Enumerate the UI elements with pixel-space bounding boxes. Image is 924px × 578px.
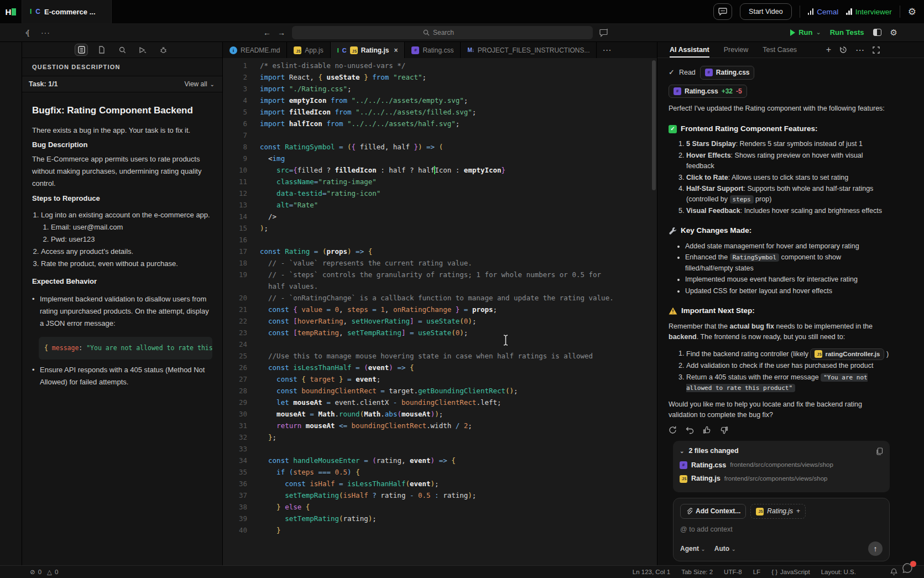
changed-file-row[interactable]: JSRating.jsfrontend/src/components/views… <box>680 473 883 484</box>
tab-test-cases[interactable]: Test Cases <box>763 42 797 58</box>
statusbar-item-lf[interactable]: LF <box>753 569 760 575</box>
search-icon[interactable] <box>116 44 129 56</box>
code-line[interactable]: 30 mouseAt = Math.round(Math.abs(mouseAt… <box>223 408 657 420</box>
diff-chip[interactable]: # Rating.css +32 -5 <box>669 85 747 98</box>
file-icon[interactable] <box>95 44 108 56</box>
code-line[interactable]: 10 src={filled ? filledIcon : half ? hal… <box>223 164 657 176</box>
code-line[interactable]: 15); <box>223 222 657 234</box>
code-line[interactable]: 26 const isLessThanHalf = (event) => { <box>223 362 657 373</box>
code-line[interactable]: 39 setTempRating(rating); <box>223 513 657 524</box>
code-line[interactable]: 24 <box>223 339 657 350</box>
code-line[interactable]: 13 alt="Rate" <box>223 199 657 211</box>
statusbar-item-utf-8[interactable]: UTF-8 <box>724 569 742 575</box>
settings-gear-icon[interactable]: ⚙ <box>908 7 916 17</box>
code-line[interactable]: 6import halfIcon from "../../../assets/h… <box>223 118 657 129</box>
editor-tab-PROJECT_FILES_INSTRUCTIONS...[interactable]: M↓PROJECT_FILES_INSTRUCTIONS... <box>461 42 597 58</box>
participant-interviewer[interactable]: Interviewer <box>846 8 892 16</box>
code-line[interactable]: 29 let mouseAt = event.clientX - boundin… <box>223 397 657 408</box>
run-debug-icon[interactable] <box>136 44 149 56</box>
thumbs-down-icon[interactable] <box>720 426 728 434</box>
code-area[interactable]: 1/* eslint-disable no-unused-vars */2imp… <box>223 58 657 565</box>
panel-toggle-icon[interactable] <box>599 29 609 37</box>
description-tab-icon[interactable] <box>75 44 88 56</box>
run-button[interactable]: Run ⌄ <box>790 28 821 37</box>
code-line[interactable]: 12 data-testid="rating-icon" <box>223 188 657 199</box>
close-tab-icon[interactable]: × <box>394 46 398 54</box>
tab-ai-assistant[interactable]: AI Assistant <box>670 42 709 58</box>
code-line[interactable]: 17const Rating = (props) => { <box>223 246 657 257</box>
code-line[interactable]: 35 if (steps === 0.5) { <box>223 466 657 478</box>
code-line[interactable]: 2import React, { useState } from "react"… <box>223 71 657 83</box>
problems-summary[interactable]: ⊘0 △0 <box>0 568 58 576</box>
undo-icon[interactable] <box>686 426 694 434</box>
statusbar-item-tab-size-2[interactable]: Tab Size: 2 <box>681 569 713 575</box>
run-tests-button[interactable]: Run Tests <box>830 28 864 37</box>
search-input[interactable] <box>433 29 462 37</box>
thumbs-up-icon[interactable] <box>703 426 711 434</box>
add-file-icon[interactable]: + <box>796 506 800 517</box>
code-line[interactable]: 36 const isHalf = isLessThanHalf(event); <box>223 478 657 490</box>
editor-scrollbar[interactable] <box>652 60 656 190</box>
code-line[interactable]: 22 const [hoverRating, setHoverRating] =… <box>223 315 657 327</box>
code-line[interactable]: 23 const [tempRating, setTempRating] = u… <box>223 327 657 339</box>
code-line[interactable]: 27 const { target } = event; <box>223 373 657 385</box>
read-file-chip[interactable]: #Rating.css <box>700 66 755 80</box>
files-changed-header[interactable]: ⌄ 2 files changed <box>680 446 883 456</box>
code-line[interactable]: 9 <img <box>223 153 657 164</box>
workspace-tab[interactable]: I C E-commerce ... <box>22 0 112 23</box>
bell-icon[interactable] <box>890 568 897 576</box>
more-actions-icon[interactable]: ··· <box>41 28 50 37</box>
copy-icon[interactable] <box>876 447 883 455</box>
code-line[interactable]: 28 const boundingClientRect = target.get… <box>223 385 657 397</box>
statusbar-item-ln-123-col-1[interactable]: Ln 123, Col 1 <box>633 569 670 575</box>
code-line[interactable]: 5import filledIcon from "../../../assets… <box>223 106 657 118</box>
code-line[interactable]: 33 <box>223 443 657 455</box>
history-icon[interactable] <box>839 46 847 54</box>
new-chat-icon[interactable]: + <box>826 45 831 55</box>
code-line[interactable]: 8const RatingSymbol = ({ filled, half })… <box>223 141 657 153</box>
add-context-button[interactable]: Add Context... <box>680 504 746 519</box>
code-line[interactable]: 16 <box>223 234 657 246</box>
code-line[interactable]: 3import "./Rating.css"; <box>223 83 657 95</box>
nav-back-icon[interactable]: ← <box>263 28 271 37</box>
code-line[interactable]: 40 } <box>223 524 657 536</box>
model-dropdown[interactable]: Auto ⌄ <box>714 544 736 554</box>
view-all-button[interactable]: View all ⌄ <box>184 80 215 88</box>
code-line[interactable]: 37 setTempRating(isHalf ? rating - 0.5 :… <box>223 490 657 501</box>
code-line[interactable]: 31 return mouseAt <= boundingClientRect.… <box>223 420 657 431</box>
code-line[interactable]: 20 // - `onRatingChange` is a callback f… <box>223 292 657 304</box>
search-bar[interactable] <box>292 26 593 39</box>
code-line[interactable]: 34 const handleMouseEnter = (rating, eve… <box>223 455 657 466</box>
code-line[interactable]: 38 } else { <box>223 501 657 513</box>
context-file-chip[interactable]: JS Rating.js + <box>750 504 806 519</box>
agent-dropdown[interactable]: Agent ⌄ <box>680 544 706 554</box>
code-line[interactable]: 19 // - `steps` controls the granularity… <box>223 269 657 280</box>
participant-cemal[interactable]: Cemal <box>808 8 839 16</box>
statusbar-item-javascript[interactable]: { }JavaScript <box>771 569 810 575</box>
editor-tab-Rating.js[interactable]: ICJSRating.js× <box>331 42 405 58</box>
file-chip[interactable]: JSratingController.js <box>810 348 884 361</box>
split-editor-icon[interactable] <box>873 29 881 36</box>
regenerate-icon[interactable] <box>669 426 677 434</box>
editor-tab-README.md[interactable]: iREADME.md <box>223 42 287 58</box>
composer-placeholder[interactable]: @ to add context <box>680 524 883 535</box>
chat-composer[interactable]: Add Context... JS Rating.js + @ to add c… <box>673 498 890 561</box>
code-line[interactable]: 1/* eslint-disable no-unused-vars */ <box>223 60 657 71</box>
app-logo[interactable]: H <box>0 0 22 23</box>
tests-icon[interactable] <box>156 44 170 56</box>
start-video-button[interactable]: Start Video <box>740 3 792 20</box>
expand-icon[interactable] <box>873 46 880 54</box>
code-line[interactable]: 32 }; <box>223 431 657 443</box>
code-line[interactable]: 25 //Use this to manage mouse hovering s… <box>223 350 657 362</box>
tab-preview[interactable]: Preview <box>724 42 748 58</box>
chat-button[interactable] <box>713 3 732 20</box>
chevron-down-icon[interactable]: ⌄ <box>816 29 821 36</box>
editor-tab-Rating.css[interactable]: #Rating.css <box>405 42 461 58</box>
nav-forward-icon[interactable]: → <box>278 28 285 37</box>
code-line[interactable]: 4import emptyIcon from "../../../assets/… <box>223 95 657 106</box>
collapse-sidebar-icon[interactable]: ‹[ <box>25 28 29 37</box>
code-line[interactable]: 11 className="rating-image" <box>223 176 657 188</box>
code-line[interactable]: half values. <box>223 280 657 292</box>
statusbar-item-layout-u-s-[interactable]: Layout: U.S. <box>821 569 856 575</box>
code-line[interactable]: 14 /> <box>223 211 657 222</box>
